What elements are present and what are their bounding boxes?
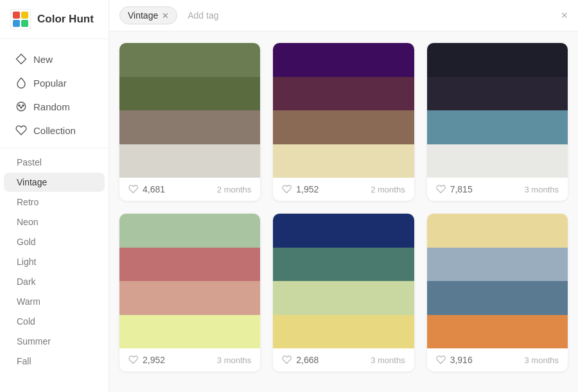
- color-swatches: [427, 214, 568, 348]
- tag-gold[interactable]: Gold: [4, 232, 105, 251]
- random-icon: [15, 101, 27, 112]
- palette-card[interactable]: 2,952 3 months: [119, 214, 260, 371]
- color-swatches: [273, 214, 414, 348]
- nav-item-random[interactable]: Random: [4, 95, 105, 118]
- logo-icon: [10, 9, 31, 30]
- tag-fall[interactable]: Fall: [4, 352, 105, 371]
- like-icon: [436, 355, 446, 365]
- like-icon: [128, 355, 139, 365]
- swatch-3: [273, 281, 414, 315]
- swatch-1: [273, 214, 414, 248]
- swatch-3: [427, 110, 568, 144]
- like-icon: [282, 355, 292, 365]
- svg-rect-1: [13, 12, 20, 19]
- tags-section: Pastel Vintage Retro Neon Gold Light Dar…: [0, 148, 109, 375]
- swatch-3: [119, 110, 260, 144]
- palette-card[interactable]: 1,952 2 months: [273, 43, 414, 201]
- like-count: 4,681: [143, 184, 165, 194]
- add-tag-button[interactable]: Add tag: [182, 7, 223, 24]
- tag-vintage[interactable]: Vintage: [4, 173, 105, 192]
- like-count: 2,952: [143, 355, 165, 365]
- like-section: 2,952: [128, 355, 165, 365]
- popular-icon: [15, 77, 27, 89]
- swatch-2: [427, 248, 568, 282]
- color-swatches: [119, 214, 260, 348]
- swatch-2: [119, 77, 260, 111]
- nav-label-collection: Collection: [33, 125, 76, 136]
- swatch-2: [427, 77, 568, 111]
- tag-chip-close-button[interactable]: ✕: [162, 12, 169, 20]
- tag-warm[interactable]: Warm: [4, 292, 105, 311]
- color-swatches: [427, 43, 568, 178]
- like-section: 2,668: [282, 355, 319, 365]
- like-count: 3,916: [450, 355, 473, 365]
- diamond-icon: [15, 53, 27, 65]
- clear-search-button[interactable]: ×: [561, 10, 568, 21]
- app-title: Color Hunt: [37, 13, 94, 26]
- like-count: 1,952: [296, 184, 319, 194]
- main-content: Vintage ✕ Add tag × 4,681 2 months: [109, 0, 578, 392]
- swatch-4: [427, 315, 568, 349]
- like-section: 4,681: [128, 184, 165, 194]
- heart-icon: [15, 124, 27, 136]
- like-count: 2,668: [296, 355, 319, 365]
- tag-summer[interactable]: Summer: [4, 332, 105, 351]
- swatch-3: [273, 110, 414, 144]
- swatch-1: [273, 43, 414, 77]
- svg-rect-2: [21, 12, 28, 19]
- palette-footer: 4,681 2 months: [119, 178, 260, 201]
- palette-card[interactable]: 3,916 3 months: [427, 214, 568, 371]
- palette-footer: 2,952 3 months: [119, 348, 260, 371]
- like-count: 7,815: [450, 184, 473, 194]
- time-ago: 3 months: [371, 355, 405, 365]
- swatch-2: [273, 248, 414, 282]
- nav-item-collection[interactable]: Collection: [4, 119, 105, 142]
- tag-retro[interactable]: Retro: [4, 192, 105, 212]
- time-ago: 3 months: [217, 355, 251, 365]
- time-ago: 3 months: [525, 355, 559, 365]
- nav-item-new[interactable]: New: [4, 47, 105, 71]
- swatch-1: [119, 214, 260, 248]
- swatch-4: [119, 315, 260, 349]
- tag-dark[interactable]: Dark: [4, 272, 105, 291]
- tag-light[interactable]: Light: [4, 252, 105, 271]
- color-swatches: [273, 43, 414, 178]
- palette-footer: 3,916 3 months: [427, 348, 568, 371]
- like-section: 1,952: [282, 184, 319, 194]
- active-tag-label: Vintage: [128, 10, 158, 21]
- tag-neon[interactable]: Neon: [4, 212, 105, 232]
- color-swatches: [119, 43, 260, 178]
- palette-card[interactable]: 7,815 3 months: [427, 43, 568, 201]
- like-icon: [436, 184, 446, 194]
- nav-label-random: Random: [33, 101, 70, 112]
- time-ago: 2 months: [371, 185, 405, 194]
- sidebar: Color Hunt New Popular Random: [0, 0, 109, 392]
- svg-rect-4: [21, 20, 28, 27]
- swatch-2: [119, 248, 260, 282]
- palette-card[interactable]: 4,681 2 months: [119, 43, 260, 201]
- logo-area: Color Hunt: [0, 0, 109, 39]
- palette-footer: 7,815 3 months: [427, 178, 568, 201]
- palette-card[interactable]: 2,668 3 months: [273, 214, 414, 371]
- swatch-1: [119, 43, 260, 77]
- swatch-1: [427, 214, 568, 248]
- tag-pastel[interactable]: Pastel: [4, 153, 105, 172]
- tag-cold[interactable]: Cold: [4, 312, 105, 331]
- svg-point-9: [22, 105, 24, 106]
- active-tag-chip: Vintage ✕: [119, 6, 177, 24]
- swatch-3: [427, 281, 568, 315]
- top-bar: Vintage ✕ Add tag ×: [109, 0, 578, 31]
- nav-label-popular: Popular: [33, 78, 67, 89]
- palettes-grid: 4,681 2 months 1,952 2 months: [109, 31, 578, 392]
- like-section: 7,815: [436, 184, 473, 194]
- time-ago: 3 months: [525, 185, 559, 194]
- swatch-4: [273, 144, 414, 178]
- svg-marker-5: [17, 55, 26, 64]
- nav-label-new: New: [33, 54, 53, 65]
- swatch-1: [427, 43, 568, 77]
- nav-item-popular[interactable]: Popular: [4, 71, 105, 94]
- swatch-4: [427, 144, 568, 178]
- swatch-4: [119, 144, 260, 178]
- svg-point-8: [21, 107, 22, 108]
- swatch-3: [119, 281, 260, 315]
